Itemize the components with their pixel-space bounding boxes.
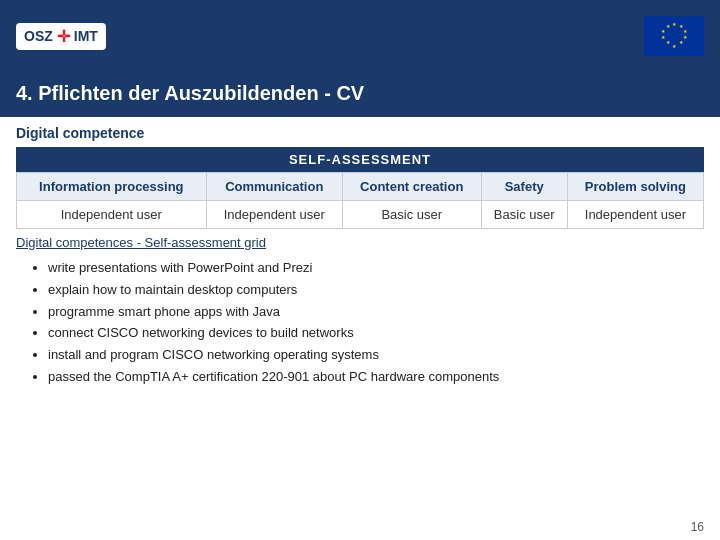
logo-osz: OSZ <box>24 28 53 44</box>
list-item: programme smart phone apps with Java <box>48 302 704 323</box>
col-header-info: Information processing <box>17 173 207 201</box>
list-item: explain how to maintain desktop computer… <box>48 280 704 301</box>
section-label: Digital competence <box>16 125 704 141</box>
list-item: connect CISCO networking devices to buil… <box>48 323 704 344</box>
list-item: write presentations with PowerPoint and … <box>48 258 704 279</box>
col-header-content: Content creation <box>342 173 481 201</box>
cell-comm-user: Independent user <box>206 201 342 229</box>
grid-link[interactable]: Digital competences - Self-assessment gr… <box>16 235 704 250</box>
page-number: 16 <box>691 520 704 534</box>
main-content: Digital competence SELF-ASSESSMENT Infor… <box>0 117 720 397</box>
logo-area: OSZ ✛ IMT <box>16 23 106 50</box>
cell-safety-user: Basic user <box>481 201 567 229</box>
self-assessment-header: SELF-ASSESSMENT <box>16 147 704 172</box>
self-assessment-block: SELF-ASSESSMENT Information processing C… <box>16 147 704 229</box>
cell-info-user: Independent user <box>17 201 207 229</box>
logo-cross-icon: ✛ <box>57 27 70 46</box>
eu-flag-icon: ★ ★ ★ ★ ★ ★ ★ ★ ★ ★ <box>644 16 704 56</box>
bullet-list: write presentations with PowerPoint and … <box>16 258 704 388</box>
col-header-safety: Safety <box>481 173 567 201</box>
col-header-comm: Communication <box>206 173 342 201</box>
logo-box: OSZ ✛ IMT <box>16 23 106 50</box>
page-header: OSZ ✛ IMT ★ ★ ★ ★ ★ ★ ★ ★ ★ ★ <box>0 0 720 72</box>
competence-table: Information processing Communication Con… <box>16 172 704 229</box>
list-item: install and program CISCO networking ope… <box>48 345 704 366</box>
cell-problem-user: Independent user <box>567 201 703 229</box>
title-section: 4. Pflichten der Auszubildenden - CV <box>0 72 720 117</box>
page-title: 4. Pflichten der Auszubildenden - CV <box>16 82 704 105</box>
cell-content-user: Basic user <box>342 201 481 229</box>
col-header-problem: Problem solving <box>567 173 703 201</box>
list-item: passed the CompTIA A+ certification 220-… <box>48 367 704 388</box>
logo-imt: IMT <box>74 28 98 44</box>
